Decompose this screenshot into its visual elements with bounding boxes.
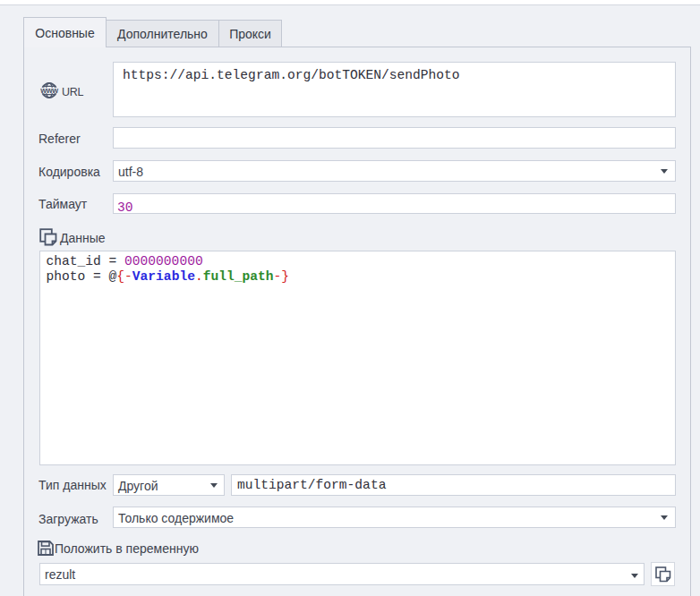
svg-text:www: www — [39, 86, 58, 95]
